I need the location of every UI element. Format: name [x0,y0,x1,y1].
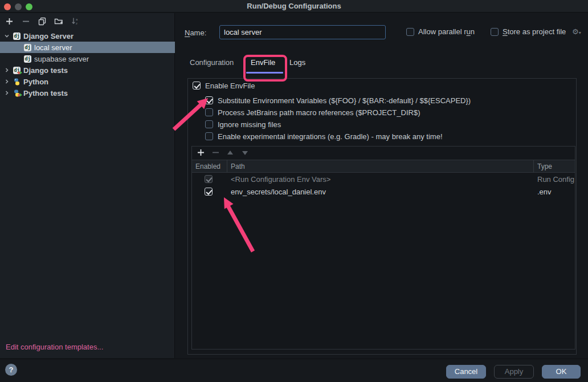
django-icon: dj [24,55,31,63]
checkbox-label: Substitute Environment Variables (${FOO}… [218,96,471,105]
run-debug-configurations-dialog: Run/Debug Configurations az dj [0,0,588,382]
chevron-right-icon[interactable] [3,79,10,84]
store-as-project-file-checkbox[interactable]: Store as project file [491,27,566,36]
row-path: <Run Configuration Env Vars> [227,173,534,185]
checkbox-label: Enable experimental integrations (e.g. G… [218,132,443,141]
move-down-icon [241,149,249,157]
apply-button: Apply [494,365,534,379]
tree-item-supabase-server[interactable]: dj supabase server [0,53,175,64]
checkbox-label: Enable EnvFile [205,82,255,90]
tree-item-local-server[interactable]: dj local server [0,42,175,53]
python-tests-icon [13,90,21,97]
help-button[interactable]: ? [5,364,17,376]
copy-configuration-icon[interactable] [38,17,47,26]
tab-logs[interactable]: Logs [289,58,305,67]
experimental-integrations-checkbox[interactable]: Enable experimental integrations (e.g. G… [205,132,443,141]
checkbox-icon[interactable] [406,28,414,36]
table-row[interactable]: <Run Configuration Env Vars> Run Config [192,173,575,185]
configuration-tree: dj Django Server dj local server dj supa… [0,30,175,99]
column-header-type[interactable]: Type [534,160,575,172]
table-toolbar [192,147,575,160]
enable-envfile-checkbox[interactable]: Enable EnvFile [193,81,255,90]
row-enabled-checkbox [205,175,213,183]
checkbox-icon[interactable] [205,108,213,116]
chevron-right-icon[interactable] [3,67,10,73]
table-row[interactable]: env_secrets/local_daniel.env .env [192,185,575,198]
tree-item-label: supabase server [34,55,89,63]
checkbox-label: Allow parallel run [418,27,475,36]
row-path: env_secrets/local_daniel.env [227,185,534,198]
dialog-title: Run/Debug Configurations [0,2,588,10]
tab-envfile[interactable]: EnvFile [251,58,275,67]
tree-item-label: Python [23,78,48,86]
store-settings-gear-icon[interactable]: ⚙▾ [572,27,581,36]
cancel-button[interactable]: Cancel [446,365,486,379]
tree-item-python-tests[interactable]: Python tests [0,87,175,99]
sort-alphabetically-icon[interactable]: az [71,17,80,26]
remove-env-file-icon [211,149,219,158]
table-header: Enabled Path Type [192,160,575,173]
configuration-editor: Name: Allow parallel run Store as projec… [175,13,588,358]
test-overlay-icon [18,90,22,99]
checkbox-icon[interactable] [491,28,499,36]
django-icon: dj [13,32,21,40]
tab-configuration[interactable]: Configuration [190,58,234,67]
remove-configuration-icon[interactable] [21,17,30,26]
test-overlay-icon [18,70,22,76]
svg-text:a: a [76,18,78,21]
add-configuration-icon[interactable] [5,17,14,26]
column-header-enabled[interactable]: Enabled [192,160,227,172]
row-type: Run Config [534,173,575,185]
row-type: .env [534,185,575,198]
add-env-file-icon[interactable] [197,149,205,158]
chevron-right-icon[interactable] [3,90,10,96]
edit-configuration-templates-link[interactable]: Edit configuration templates... [6,343,103,351]
chevron-down-icon[interactable] [3,33,10,39]
process-path-macro-checkbox[interactable]: Process JetBrains path macro references … [205,108,420,117]
ok-button[interactable]: OK [542,365,581,379]
name-label: Name: [185,29,206,37]
allow-parallel-run-checkbox[interactable]: Allow parallel run [406,27,475,36]
django-tests-icon: dj [13,67,21,74]
active-tab-underline [246,72,283,74]
checkbox-icon[interactable] [205,120,213,128]
envfile-tab-content: Enable EnvFile Substitute Environment Va… [187,78,577,355]
sidebar-toolbar: az [0,13,175,29]
env-files-table: Enabled Path Type <Run Configuration Env… [191,146,575,350]
python-icon [13,78,21,86]
checkbox-icon[interactable] [193,82,201,90]
configurations-sidebar: az dj Django Server dj local server dj s… [0,13,175,358]
move-up-icon [226,149,234,157]
tree-item-label: Python tests [23,89,68,97]
checkbox-icon[interactable] [205,132,213,140]
tree-item-django-server[interactable]: dj Django Server [0,30,175,42]
tree-item-label: Django Server [23,32,74,40]
tree-item-python[interactable]: Python [0,76,175,87]
name-input[interactable] [219,25,386,39]
checkbox-icon[interactable] [205,96,213,104]
checkbox-label: Ignore missing files [218,120,281,129]
dialog-footer: ? Cancel Apply OK [0,359,588,382]
substitute-env-vars-checkbox[interactable]: Substitute Environment Variables (${FOO}… [205,96,471,105]
tree-item-label: Django tests [23,66,68,75]
tree-item-label: local server [34,43,72,52]
column-header-path[interactable]: Path [227,160,534,172]
tree-item-django-tests[interactable]: dj Django tests [0,64,175,76]
row-enabled-checkbox[interactable] [205,188,213,196]
svg-text:z: z [76,22,77,25]
checkbox-label: Process JetBrains path macro references … [218,108,420,117]
titlebar: Run/Debug Configurations [0,0,588,13]
django-icon: dj [24,44,31,51]
new-folder-icon[interactable] [54,17,63,26]
ignore-missing-files-checkbox[interactable]: Ignore missing files [205,120,281,129]
checkbox-label: Store as project file [503,27,566,36]
